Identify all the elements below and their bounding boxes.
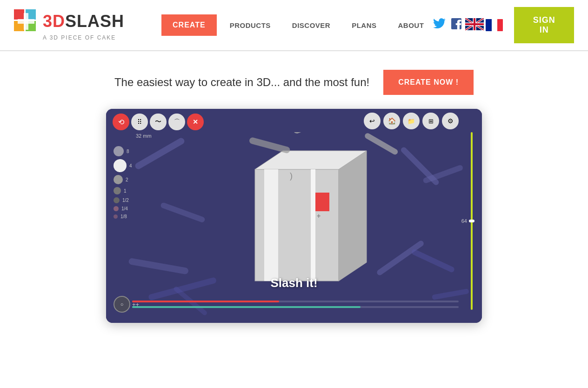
svg-rect-11 (128, 258, 189, 274)
back-button[interactable]: ↩ (364, 113, 381, 129)
size-dot-half (114, 197, 120, 203)
size-selector: 8 4 2 1 1/2 1/4 (114, 146, 132, 219)
svg-rect-26 (248, 137, 291, 154)
twitter-link[interactable] (432, 17, 447, 33)
size-label-4: 4 (129, 163, 132, 168)
size-label-half: 1/2 (122, 198, 129, 203)
green-progress-bar[interactable] (132, 306, 459, 308)
size-option-4[interactable]: 4 (114, 159, 132, 172)
svg-rect-21 (315, 193, 329, 211)
undo-button[interactable]: ⟲ (113, 114, 129, 130)
curve-icon: ⌒ (174, 118, 180, 126)
svg-rect-5 (18, 19, 34, 24)
twitter-icon (433, 18, 446, 32)
svg-text:): ) (290, 171, 293, 181)
slash-it-text: Slash it! (270, 276, 317, 290)
create-now-button[interactable]: CREATE NOW ! (383, 70, 474, 95)
logo-area: 3DSLASH A 3D PIECE OF CAKE (14, 9, 124, 41)
about-nav-link[interactable]: ABOUT (390, 21, 433, 29)
zoom-slider[interactable]: 64 (468, 132, 475, 310)
home-icon: 🏠 (388, 117, 396, 125)
progress-bars (132, 301, 459, 308)
size-option-8[interactable]: 8 (114, 146, 129, 156)
right-toolbar: ↩ 🏠 📁 ⊞ ⚙ (364, 113, 459, 129)
size-label-1: 1 (124, 188, 127, 194)
tagline-text: The easiest way to create in 3D... and t… (114, 76, 369, 89)
logo-icon (14, 9, 38, 33)
tool-circle-button[interactable]: ○ (114, 296, 130, 313)
uk-flag[interactable] (465, 18, 484, 32)
france-flag[interactable] (486, 19, 503, 31)
top-toolbar: ⟲ ⠿ 〜 ⌒ ✕ (113, 114, 204, 130)
size-option-2[interactable]: 2 (114, 175, 128, 184)
size-dot-eighth (114, 214, 118, 219)
zoom-track: 64 (471, 132, 473, 310)
size-dot-1 (114, 187, 121, 194)
size-label-8: 8 (127, 149, 129, 154)
zoom-handle[interactable] (469, 220, 474, 222)
header-right: SIGN IN (432, 7, 574, 43)
size-label-2: 2 (126, 177, 128, 182)
logo-text: 3DSLASH (43, 12, 124, 31)
svg-rect-14 (411, 248, 455, 273)
plans-nav-link[interactable]: PLANS (343, 21, 385, 29)
grid-icon: ⊞ (428, 118, 434, 125)
svg-rect-25 (292, 132, 338, 134)
zoom-value: 64 (461, 218, 467, 224)
logo-top: 3DSLASH (14, 9, 124, 33)
grid-button[interactable]: ⊞ (422, 113, 439, 129)
svg-text:+: + (317, 212, 321, 220)
svg-marker-18 (339, 151, 367, 281)
wave-tool-button[interactable]: 〜 (150, 114, 167, 130)
header: 3DSLASH A 3D PIECE OF CAKE CREATE PRODUC… (0, 0, 588, 51)
svg-rect-8 (160, 202, 206, 223)
facebook-icon (451, 18, 461, 32)
size-option-half[interactable]: 1/2 (114, 197, 129, 203)
size-label-eighth: 1/8 (120, 214, 127, 219)
discover-nav-link[interactable]: DISCOVER (284, 21, 339, 29)
app-preview: + ) ⟲ ⠿ 〜 ⌒ (106, 109, 482, 323)
size-dot-8 (114, 146, 124, 156)
flag-fr-white (492, 19, 497, 31)
svg-rect-7 (134, 137, 186, 170)
svg-rect-22 (311, 169, 315, 281)
pattern-icon: ⠿ (137, 118, 142, 126)
folder-icon: 📁 (408, 118, 415, 125)
create-nav-button[interactable]: CREATE (161, 14, 217, 36)
close-icon: ✕ (193, 118, 198, 126)
tool-circle-area: ○ ++ (114, 296, 139, 313)
svg-rect-20 (264, 169, 278, 281)
home-button[interactable]: 🏠 (383, 113, 400, 129)
flag-fr-blue (486, 19, 491, 31)
size-dot-4 (114, 159, 127, 172)
products-nav-link[interactable]: PRODUCTS (221, 21, 279, 29)
curve-tool-button[interactable]: ⌒ (168, 114, 185, 130)
pattern-button[interactable]: ⠿ (131, 114, 148, 130)
main-content: The easiest way to create in 3D... and t… (0, 51, 588, 337)
size-dot-2 (114, 175, 123, 184)
sign-in-button[interactable]: SIGN IN (514, 7, 574, 43)
logo-tagline: A 3D PIECE OF CAKE (43, 34, 116, 41)
svg-rect-0 (14, 9, 24, 20)
svg-rect-15 (432, 288, 469, 300)
close-tool-button[interactable]: ✕ (187, 114, 204, 130)
size-option-1[interactable]: 1 (114, 187, 127, 194)
tagline-row: The easiest way to create in 3D... and t… (114, 70, 474, 95)
wave-icon: 〜 (155, 118, 161, 126)
red-progress-bar[interactable] (132, 301, 459, 302)
green-bar-fill (132, 306, 361, 308)
svg-rect-28 (364, 132, 399, 155)
facebook-link[interactable] (449, 17, 464, 33)
mm-label: 32 mm (136, 133, 152, 139)
flag-fr-red (497, 19, 503, 31)
settings-button[interactable]: ⚙ (442, 113, 459, 129)
main-nav: CREATE PRODUCTS DISCOVER PLANS ABOUT (161, 14, 432, 36)
tool-plus-label: ++ (132, 301, 139, 308)
folder-button[interactable]: 📁 (403, 113, 420, 129)
size-label-quarter: 1/4 (121, 206, 128, 211)
settings-icon: ⚙ (448, 117, 454, 125)
size-option-eighth[interactable]: 1/8 (114, 214, 127, 219)
size-dot-quarter (114, 206, 119, 211)
size-option-quarter[interactable]: 1/4 (114, 206, 128, 211)
red-bar-fill (132, 301, 279, 302)
